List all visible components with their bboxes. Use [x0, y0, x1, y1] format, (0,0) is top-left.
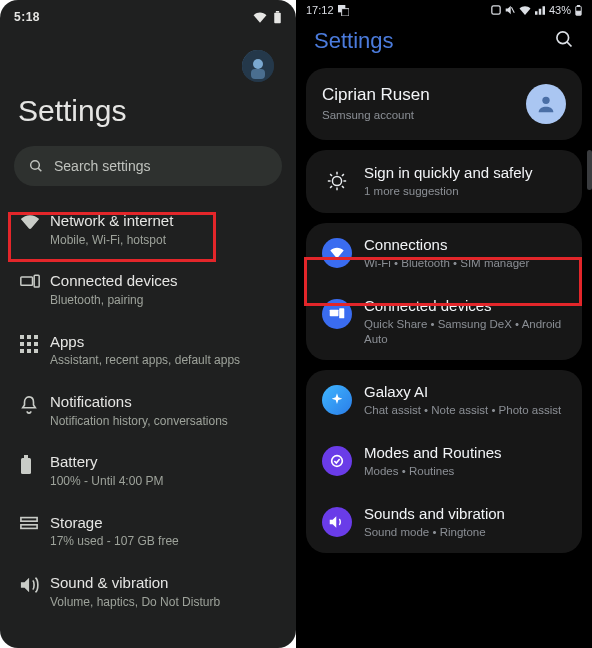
page-title: Settings — [0, 82, 296, 146]
tip-icon — [322, 166, 352, 196]
apps-icon — [20, 333, 50, 353]
row-galaxy-ai[interactable]: Galaxy AIChat assist • Note assist • Pho… — [306, 370, 582, 431]
settings-list: Network & internetMobile, Wi-Fi, hotspot… — [0, 200, 296, 622]
search-button[interactable] — [554, 29, 574, 53]
row-title: Connections — [364, 236, 566, 254]
svg-rect-4 — [251, 69, 265, 79]
item-battery[interactable]: Battery100% - Until 4:00 PM — [14, 441, 294, 501]
svg-rect-17 — [34, 349, 38, 353]
row-title: Modes and Routines — [364, 444, 566, 462]
svg-rect-19 — [24, 455, 28, 458]
svg-line-39 — [330, 186, 332, 188]
scroll-indicator[interactable] — [587, 150, 592, 190]
wifi-icon — [519, 6, 531, 15]
svg-point-29 — [557, 32, 569, 44]
status-bar: 5:18 — [0, 0, 296, 28]
signin-card[interactable]: Sign in quickly and safely 1 more sugges… — [306, 150, 582, 213]
row-sub: Modes • Routines — [364, 464, 566, 479]
svg-rect-41 — [330, 310, 339, 317]
row-connections[interactable]: ConnectionsWi-Fi • Bluetooth • SIM manag… — [306, 223, 582, 284]
svg-point-31 — [542, 97, 549, 104]
card-title: Sign in quickly and safely — [364, 164, 566, 182]
svg-rect-23 — [341, 8, 348, 15]
svg-rect-11 — [34, 335, 38, 339]
status-bar: 17:12 43% — [296, 0, 592, 18]
screenshot-icon — [338, 5, 349, 16]
status-time: 5:18 — [14, 10, 40, 24]
sound-icon — [20, 574, 50, 594]
svg-rect-14 — [34, 342, 38, 346]
row-sub: Chat assist • Note assist • Photo assist — [364, 403, 566, 418]
row-title: Galaxy AI — [364, 383, 566, 401]
battery-icon — [575, 5, 582, 16]
item-subtitle: Assistant, recent apps, default apps — [50, 353, 286, 369]
header: Settings — [296, 18, 592, 68]
sound-icon — [322, 507, 352, 537]
row-title: Sounds and vibration — [364, 505, 566, 523]
svg-rect-27 — [577, 5, 579, 6]
account-card[interactable]: Ciprian Rusen Samsung account — [306, 68, 582, 140]
ai-icon — [322, 385, 352, 415]
wifi-icon — [253, 12, 267, 23]
row-title: Connected devices — [364, 297, 566, 315]
row-sub: Sound mode • Ringtone — [364, 525, 566, 540]
battery-icon — [273, 11, 282, 24]
wifi-icon — [322, 238, 352, 268]
svg-line-37 — [330, 175, 332, 177]
item-notifications[interactable]: NotificationsNotification history, conve… — [14, 381, 294, 441]
samsung-settings-screen: 17:12 43% Settings Ciprian Rusen — [296, 0, 592, 648]
item-network-internet[interactable]: Network & internetMobile, Wi-Fi, hotspot — [14, 200, 294, 260]
search-icon — [28, 158, 44, 174]
svg-rect-15 — [20, 349, 24, 353]
group-features: Galaxy AIChat assist • Note assist • Pho… — [306, 370, 582, 553]
svg-line-25 — [511, 7, 514, 13]
svg-rect-42 — [339, 308, 344, 318]
item-title: Storage — [50, 514, 286, 533]
item-storage[interactable]: Storage17% used - 107 GB free — [14, 502, 294, 562]
svg-line-38 — [342, 186, 344, 188]
svg-rect-16 — [27, 349, 31, 353]
search-placeholder: Search settings — [54, 158, 151, 174]
svg-point-3 — [253, 59, 263, 69]
svg-rect-7 — [21, 277, 33, 285]
account-sub: Samsung account — [322, 108, 526, 123]
search-icon — [554, 29, 574, 49]
svg-line-30 — [567, 42, 572, 47]
item-title: Apps — [50, 333, 286, 352]
page-title: Settings — [314, 28, 394, 54]
row-sounds-vibration[interactable]: Sounds and vibrationSound mode • Rington… — [306, 492, 582, 553]
svg-rect-21 — [21, 525, 37, 529]
pixel-settings-screen: 5:18 Settings Search settings Network & … — [0, 0, 296, 648]
item-apps[interactable]: AppsAssistant, recent apps, default apps — [14, 321, 294, 381]
svg-line-40 — [342, 175, 344, 177]
search-input[interactable]: Search settings — [14, 146, 282, 186]
item-subtitle: Volume, haptics, Do Not Disturb — [50, 595, 286, 611]
item-sound-vibration[interactable]: Sound & vibrationVolume, haptics, Do Not… — [14, 562, 294, 622]
row-connected-devices[interactable]: Connected devicesQuick Share • Samsung D… — [306, 284, 582, 360]
item-title: Network & internet — [50, 212, 286, 231]
account-name: Ciprian Rusen — [322, 85, 526, 105]
account-avatar — [526, 84, 566, 124]
battery-icon — [20, 453, 50, 475]
svg-rect-18 — [21, 458, 31, 474]
item-subtitle: 17% used - 107 GB free — [50, 534, 286, 550]
wifi-icon — [20, 212, 50, 230]
svg-line-6 — [38, 168, 41, 171]
item-subtitle: Mobile, Wi-Fi, hotspot — [50, 233, 286, 249]
svg-rect-12 — [20, 342, 24, 346]
routines-icon — [322, 446, 352, 476]
item-title: Sound & vibration — [50, 574, 286, 593]
profile-avatar[interactable] — [242, 50, 274, 82]
item-connected-devices[interactable]: Connected devicesBluetooth, pairing — [14, 260, 294, 320]
svg-rect-13 — [27, 342, 31, 346]
person-icon — [535, 93, 557, 115]
svg-rect-8 — [34, 276, 39, 288]
item-subtitle: Bluetooth, pairing — [50, 293, 286, 309]
svg-point-5 — [31, 161, 40, 170]
row-modes-routines[interactable]: Modes and RoutinesModes • Routines — [306, 431, 582, 492]
devices-icon — [322, 299, 352, 329]
item-subtitle: 100% - Until 4:00 PM — [50, 474, 286, 490]
svg-rect-10 — [27, 335, 31, 339]
row-sub: Quick Share • Samsung DeX • Android Auto — [364, 317, 566, 347]
item-title: Notifications — [50, 393, 286, 412]
